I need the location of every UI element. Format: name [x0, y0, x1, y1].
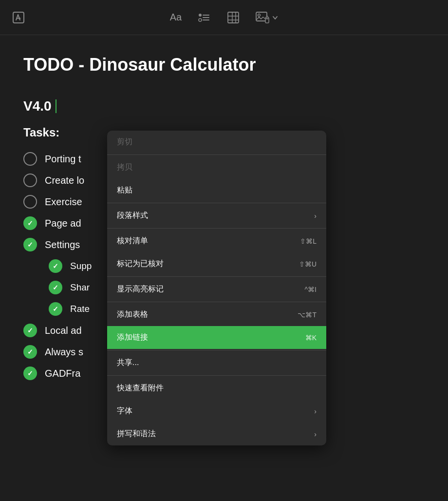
menu-item-label: 粘贴	[117, 185, 132, 195]
menu-item-label: 剪切	[117, 137, 132, 147]
chevron-right-icon: ›	[314, 407, 317, 415]
task-checkbox-empty[interactable]	[23, 173, 37, 187]
task-checkbox-checked[interactable]: ✓	[49, 259, 62, 273]
svg-point-1	[199, 14, 202, 17]
list-icon[interactable]	[197, 11, 211, 24]
menu-item-label: 字体	[117, 406, 132, 416]
task-text: Always s	[45, 347, 83, 358]
edit-icon[interactable]	[12, 11, 25, 24]
menu-item-mark-checked[interactable]: 标记为已核对 ⇧⌘U	[107, 252, 326, 275]
task-checkbox-empty[interactable]	[23, 152, 37, 166]
menu-divider	[107, 302, 326, 302]
task-checkbox-empty[interactable]	[23, 195, 37, 209]
task-checkbox-checked[interactable]: ✓	[23, 366, 37, 380]
task-text: Settings	[45, 239, 80, 250]
image-icon[interactable]	[256, 12, 278, 23]
menu-item-add-table[interactable]: 添加表格 ⌥⌘T	[107, 303, 326, 326]
task-checkbox-checked[interactable]: ✓	[23, 345, 37, 359]
svg-point-12	[258, 14, 261, 16]
task-text: Create lo	[45, 175, 84, 186]
menu-shortcut: ⇧⌘U	[299, 260, 317, 268]
toolbar: Aa	[0, 0, 448, 35]
task-text: Rate	[70, 304, 90, 314]
menu-shortcut: ^⌘I	[305, 286, 317, 293]
menu-divider	[107, 203, 326, 203]
task-text: Exercise	[45, 196, 82, 208]
svg-point-2	[199, 19, 202, 21]
menu-item-label: 快速查看附件	[117, 383, 164, 393]
chevron-right-icon: ›	[314, 430, 317, 438]
menu-item-label: 显示高亮标记	[117, 284, 164, 294]
menu-divider	[107, 154, 326, 155]
menu-item-label: 标记为已核对	[117, 259, 164, 269]
svg-rect-0	[13, 12, 24, 23]
menu-item-label: 共享...	[117, 358, 139, 368]
menu-item-show-highlight[interactable]: 显示高亮标记 ^⌘I	[107, 278, 326, 301]
doc-title: TODO - Dinosaur Calculator	[23, 55, 425, 75]
menu-divider	[107, 375, 326, 376]
task-text: Page ad	[45, 218, 81, 229]
task-checkbox-checked[interactable]: ✓	[49, 281, 62, 294]
menu-divider	[107, 350, 326, 350]
svg-rect-6	[228, 12, 239, 23]
menu-item-label: 段落样式	[117, 211, 148, 221]
menu-item-quick-look[interactable]: 快速查看附件	[107, 377, 326, 400]
menu-item-paste[interactable]: 粘贴	[107, 179, 326, 202]
task-text: Supp	[70, 261, 92, 271]
text-cursor	[56, 99, 56, 113]
menu-shortcut: ⌘K	[305, 334, 317, 342]
menu-divider	[107, 276, 326, 277]
task-checkbox-checked[interactable]: ✓	[23, 216, 37, 230]
menu-item-label: 添加表格	[117, 309, 148, 320]
task-text: Local ad	[45, 325, 82, 336]
chevron-right-icon: ›	[314, 212, 317, 220]
menu-item-share[interactable]: 共享...	[107, 351, 326, 374]
menu-item-label: 添加链接	[117, 332, 148, 343]
font-size-icon[interactable]: Aa	[170, 12, 182, 23]
context-menu: 剪切 拷贝 粘贴 段落样式 › 核对清单 ⇧⌘L 标记为已核对 ⇧⌘U 显示高亮…	[107, 131, 326, 445]
menu-item-cut[interactable]: 剪切	[107, 131, 326, 154]
menu-item-checklist[interactable]: 核对清单 ⇧⌘L	[107, 230, 326, 252]
menu-divider	[107, 228, 326, 229]
task-checkbox-checked[interactable]: ✓	[23, 238, 37, 251]
menu-item-font[interactable]: 字体 ›	[107, 400, 326, 423]
table-icon[interactable]	[226, 11, 240, 24]
menu-item-copy[interactable]: 拷贝	[107, 156, 326, 179]
menu-shortcut: ⌥⌘T	[298, 311, 317, 319]
task-checkbox-checked[interactable]: ✓	[49, 302, 62, 316]
version-heading: V4.0	[23, 98, 425, 114]
menu-item-paragraph-style[interactable]: 段落样式 ›	[107, 204, 326, 227]
svg-rect-14	[266, 16, 268, 19]
menu-item-label: 核对清单	[117, 236, 148, 246]
menu-item-label: 拼写和语法	[117, 429, 156, 439]
task-checkbox-checked[interactable]: ✓	[23, 324, 37, 337]
menu-item-spelling[interactable]: 拼写和语法 ›	[107, 423, 326, 445]
menu-item-add-link[interactable]: 添加链接 ⌘K	[107, 326, 326, 349]
task-text: Porting t	[45, 154, 81, 165]
task-text: GADFra	[45, 368, 80, 379]
menu-shortcut: ⇧⌘L	[300, 237, 317, 245]
menu-item-label: 拷贝	[117, 162, 132, 173]
task-text: Shar	[70, 282, 90, 293]
